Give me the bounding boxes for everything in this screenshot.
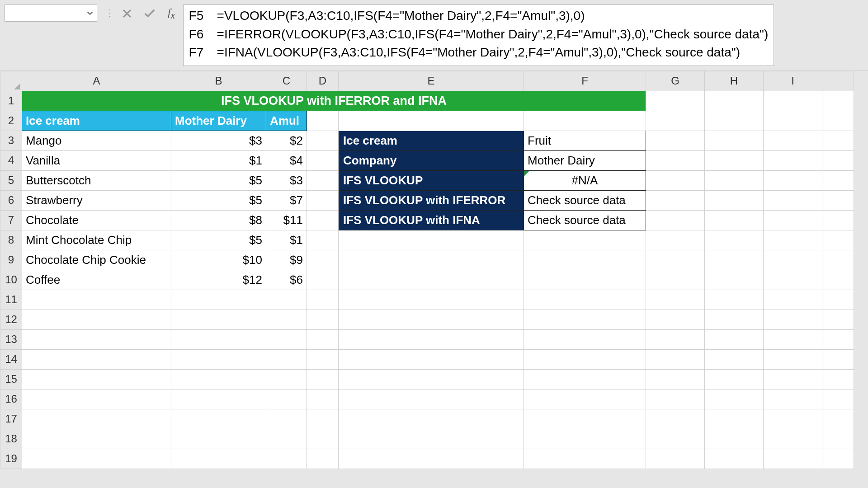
cell[interactable] (764, 429, 822, 449)
cell[interactable]: Check source data (524, 190, 646, 210)
col-header[interactable]: E (339, 71, 524, 91)
cell[interactable] (524, 270, 646, 290)
name-box[interactable] (5, 5, 97, 22)
cell[interactable] (524, 429, 646, 449)
cell[interactable] (171, 329, 266, 349)
row-header[interactable]: 4 (0, 150, 22, 170)
cell[interactable] (822, 270, 854, 290)
cell[interactable] (705, 409, 764, 429)
cell[interactable]: Ice cream (22, 111, 171, 131)
cell[interactable]: $3 (171, 131, 266, 150)
cell[interactable]: $1 (171, 150, 266, 170)
cell[interactable] (339, 369, 524, 389)
cell[interactable] (524, 369, 646, 389)
cell[interactable] (764, 389, 822, 409)
cell[interactable]: $6 (266, 270, 307, 290)
cell[interactable] (22, 369, 171, 389)
cell[interactable] (307, 349, 339, 369)
cell[interactable]: $5 (171, 170, 266, 190)
cell[interactable] (705, 131, 764, 150)
cell[interactable]: $4 (266, 150, 307, 170)
cell[interactable] (705, 449, 764, 469)
cell[interactable] (646, 111, 705, 131)
cell[interactable] (339, 389, 524, 409)
cell[interactable] (307, 210, 339, 230)
cell[interactable] (339, 230, 524, 250)
cell[interactable] (266, 409, 307, 429)
cell[interactable] (307, 150, 339, 170)
row-header[interactable]: 19 (0, 449, 22, 469)
col-header[interactable]: A (22, 71, 171, 91)
cell[interactable] (822, 329, 854, 349)
cell[interactable] (764, 111, 822, 131)
cancel-icon[interactable] (123, 9, 132, 18)
cell[interactable] (22, 449, 171, 469)
row-header[interactable]: 1 (0, 91, 22, 111)
cell[interactable] (646, 230, 705, 250)
cell[interactable] (307, 250, 339, 270)
cell[interactable] (822, 449, 854, 469)
enter-icon[interactable] (144, 9, 155, 18)
cell[interactable] (705, 150, 764, 170)
cell[interactable] (705, 429, 764, 449)
cell[interactable] (307, 111, 339, 131)
cell[interactable] (307, 329, 339, 349)
cell[interactable]: Vanilla (22, 150, 171, 170)
cell[interactable] (764, 230, 822, 250)
col-header[interactable]: B (171, 71, 266, 91)
cell[interactable]: Coffee (22, 270, 171, 290)
cell[interactable] (822, 230, 854, 250)
col-header[interactable]: H (705, 71, 764, 91)
cell[interactable]: Mango (22, 131, 171, 150)
cell[interactable]: Fruit (524, 131, 646, 150)
cell[interactable] (822, 310, 854, 329)
cell[interactable] (822, 91, 854, 111)
cell[interactable] (646, 150, 705, 170)
cell[interactable] (266, 310, 307, 329)
cell[interactable] (339, 409, 524, 429)
cell[interactable] (764, 210, 822, 230)
cell[interactable] (171, 290, 266, 310)
cell[interactable]: $5 (171, 230, 266, 250)
cell[interactable] (524, 111, 646, 131)
cell[interactable] (646, 369, 705, 389)
cell[interactable]: Chocolate Chip Cookie (22, 250, 171, 270)
row-header[interactable]: 6 (0, 190, 22, 210)
cell[interactable] (764, 329, 822, 349)
cell[interactable]: Strawberry (22, 190, 171, 210)
cell[interactable] (171, 310, 266, 329)
cell[interactable]: $2 (266, 131, 307, 150)
cell[interactable] (266, 389, 307, 409)
cell[interactable] (646, 250, 705, 270)
cell[interactable] (705, 310, 764, 329)
cell[interactable]: IFS VLOOKUP (339, 170, 524, 190)
cell[interactable]: $9 (266, 250, 307, 270)
cell[interactable] (705, 270, 764, 290)
cell[interactable]: Butterscotch (22, 170, 171, 190)
cell[interactable] (764, 131, 822, 150)
cell[interactable]: $3 (266, 170, 307, 190)
cell[interactable]: $7 (266, 190, 307, 210)
cell[interactable] (822, 369, 854, 389)
cell[interactable] (764, 270, 822, 290)
cell[interactable] (764, 190, 822, 210)
cell[interactable] (646, 210, 705, 230)
cell[interactable]: Mother Dairy (171, 111, 266, 131)
cell[interactable] (524, 250, 646, 270)
cell[interactable] (705, 349, 764, 369)
cell[interactable] (646, 131, 705, 150)
cell[interactable]: Mint Chocolate Chip (22, 230, 171, 250)
cell[interactable] (307, 389, 339, 409)
cell[interactable] (705, 290, 764, 310)
row-header[interactable]: 10 (0, 270, 22, 290)
cell[interactable] (646, 190, 705, 210)
cell[interactable]: $11 (266, 210, 307, 230)
cell[interactable] (524, 230, 646, 250)
cell[interactable]: $1 (266, 230, 307, 250)
spreadsheet-grid[interactable]: A B C D E F G H I 1 IFS VLOOKUP with IFE… (0, 71, 868, 469)
cell[interactable]: Ice cream (339, 131, 524, 150)
cell[interactable] (646, 270, 705, 290)
cell[interactable] (705, 170, 764, 190)
fx-icon[interactable]: fx (168, 6, 175, 21)
cell[interactable]: $10 (171, 250, 266, 270)
